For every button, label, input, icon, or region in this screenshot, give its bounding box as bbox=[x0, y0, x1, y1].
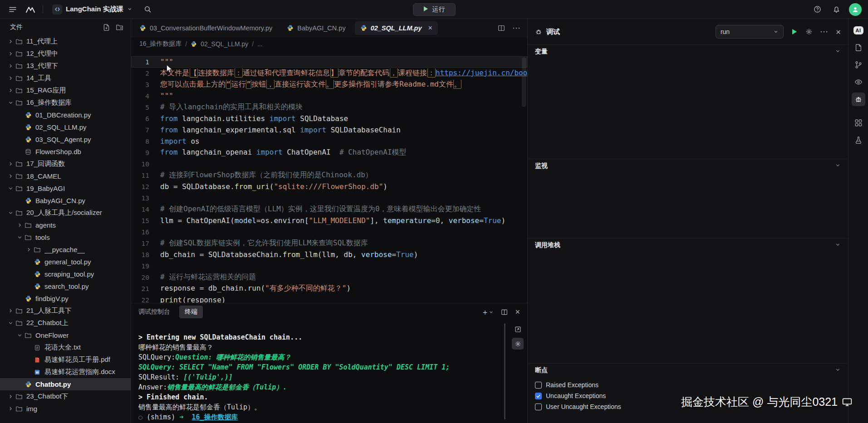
debug-section-header[interactable]: 调用堆栈 bbox=[528, 238, 848, 252]
tree-file-row[interactable]: findbigV.py bbox=[0, 292, 131, 305]
tree-folder-row[interactable]: tools bbox=[0, 231, 131, 243]
tree-file-row[interactable]: 02_SQL_LLM.py bbox=[0, 121, 131, 133]
debug-section-body bbox=[528, 172, 848, 238]
tree-file-row[interactable]: Chatbot.py bbox=[0, 378, 131, 390]
tree-folder-row[interactable]: 18_CAMEL bbox=[0, 170, 131, 182]
chevron-down-icon bbox=[835, 48, 841, 55]
debug-config-select[interactable]: run bbox=[716, 25, 784, 39]
terminal[interactable]: > Entering new SQLDatabaseChain chain...… bbox=[131, 321, 527, 423]
tree-file-row[interactable]: 01_DBCreation.py bbox=[0, 109, 131, 121]
eye-icon[interactable] bbox=[852, 75, 865, 89]
breadcrumb-more[interactable]: ... bbox=[257, 40, 263, 48]
grid-icon[interactable] bbox=[852, 116, 865, 130]
breadcrumb-separator: / bbox=[185, 40, 187, 48]
new-folder-icon[interactable] bbox=[116, 24, 123, 31]
bug-icon[interactable] bbox=[852, 92, 865, 106]
file-icon[interactable] bbox=[852, 41, 865, 54]
terminal-scrollbar[interactable] bbox=[504, 323, 505, 419]
checkbox-unchecked[interactable] bbox=[535, 404, 542, 410]
open-in-editor-icon[interactable] bbox=[512, 323, 524, 335]
chevron-down-icon bbox=[6, 320, 15, 326]
tab-debug-console[interactable]: 调试控制台 bbox=[138, 308, 170, 316]
folder-icon bbox=[15, 38, 24, 45]
tree-folder-row[interactable]: agents bbox=[0, 219, 131, 231]
chevron-down-icon bbox=[835, 242, 841, 249]
tree-file-row[interactable]: general_tool.py bbox=[0, 256, 131, 268]
tree-file-row[interactable]: BabyAGI_CN.py bbox=[0, 194, 131, 207]
new-terminal-button[interactable]: ＋ bbox=[481, 307, 494, 317]
tree-folder-row[interactable]: 14_工具 bbox=[0, 72, 131, 84]
tree-folder-row[interactable]: img bbox=[0, 403, 131, 415]
flask-icon[interactable] bbox=[852, 133, 865, 147]
tree-folder-row[interactable]: 12_代理中 bbox=[0, 48, 131, 60]
bell-icon[interactable] bbox=[830, 3, 843, 16]
tree-file-row[interactable]: 花语大全.txt bbox=[0, 341, 131, 354]
tree-file-row[interactable]: W易速鲜花运营指南.docx bbox=[0, 366, 131, 378]
tree-folder-row[interactable]: 22_Chatbot上 bbox=[0, 317, 131, 329]
avatar[interactable] bbox=[849, 3, 862, 16]
editor-tab[interactable]: 03_ConversationBufferWindowMemory.py bbox=[132, 19, 280, 37]
folder-icon bbox=[33, 246, 42, 253]
debug-section-label: 变量 bbox=[535, 48, 548, 56]
debug-section-header[interactable]: 变量 bbox=[528, 44, 848, 58]
editor-tab[interactable]: 02_SQL_LLM.py× bbox=[355, 21, 438, 35]
tree-folder-row[interactable]: 17_回调函数 bbox=[0, 158, 131, 170]
editor-scrollbar[interactable] bbox=[522, 57, 526, 107]
tree-folder-row[interactable]: __pycache__ bbox=[0, 243, 131, 256]
tree-folder-row[interactable]: OneFlower bbox=[0, 329, 131, 341]
tab-terminal[interactable]: 终端 bbox=[179, 306, 203, 318]
new-file-icon[interactable] bbox=[103, 24, 110, 31]
breadcrumb-file[interactable]: 02_SQL_LLM.py bbox=[201, 40, 248, 48]
chevron-right-icon bbox=[6, 39, 15, 44]
search-icon[interactable] bbox=[142, 3, 154, 16]
menu-icon[interactable] bbox=[6, 3, 19, 16]
start-debugging-icon[interactable] bbox=[791, 28, 798, 35]
run-button[interactable]: 运行 bbox=[413, 3, 456, 16]
tree-file-row[interactable]: 03_SQL_Agent.py bbox=[0, 133, 131, 146]
branch-icon[interactable] bbox=[852, 58, 865, 72]
debug-section-header[interactable]: 断点 bbox=[528, 363, 848, 377]
breakpoint-row[interactable]: Raised Exceptions bbox=[528, 379, 848, 390]
project-name: LangChain 实战课 bbox=[66, 5, 123, 14]
tree-folder-row[interactable]: 11_代理上 bbox=[0, 35, 131, 48]
checkbox-unchecked[interactable] bbox=[535, 382, 542, 389]
close-icon[interactable]: × bbox=[836, 28, 841, 36]
breadcrumb-folder[interactable]: 16_操作数据库 bbox=[139, 40, 181, 48]
tree-file-row[interactable]: scraping_tool.py bbox=[0, 268, 131, 280]
ai-icon[interactable]: AI bbox=[852, 24, 865, 37]
editor-tab[interactable]: BabyAGI_CN.py bbox=[280, 19, 353, 37]
close-tab-icon[interactable]: × bbox=[428, 24, 432, 32]
tree-file-row[interactable]: FlowerShop.db bbox=[0, 146, 131, 158]
folder-icon bbox=[15, 405, 24, 413]
line-number: 17 bbox=[131, 240, 160, 247]
checkbox-checked[interactable] bbox=[535, 393, 542, 399]
split-panel-icon[interactable] bbox=[501, 309, 508, 316]
code-editor[interactable]: 1"""2本文件是【连接数据库：通过链和代理查询鲜花信息】章节的配套代码，课程链… bbox=[131, 51, 527, 303]
tree-folder-row[interactable]: 21_人脉工具下 bbox=[0, 305, 131, 317]
split-editor-icon[interactable] bbox=[498, 24, 505, 32]
terminal-settings-icon[interactable] bbox=[512, 338, 524, 350]
tree-folder-row[interactable]: 20_人脉工具上/socializer bbox=[0, 207, 131, 219]
monitor-icon bbox=[842, 398, 852, 407]
tree-file-row[interactable]: 易速鲜花员工手册.pdf bbox=[0, 354, 131, 366]
help-icon[interactable] bbox=[811, 3, 824, 16]
more-icon[interactable]: ⋯ bbox=[820, 28, 829, 36]
close-panel-icon[interactable]: × bbox=[515, 307, 520, 317]
gear-icon[interactable] bbox=[805, 28, 813, 35]
chevron-down-icon bbox=[6, 185, 15, 191]
line-number: 16 bbox=[131, 229, 160, 236]
tree-item-label: 21_人脉工具下 bbox=[26, 306, 72, 315]
breakpoint-label: Uncaught Exceptions bbox=[546, 392, 606, 399]
tree-folder-row[interactable]: 15_RAG应用 bbox=[0, 84, 131, 97]
more-actions-icon[interactable]: ⋯ bbox=[512, 23, 521, 33]
tree-file-row[interactable]: search_tool.py bbox=[0, 280, 131, 292]
tree-folder-row[interactable]: 16_操作数据库 bbox=[0, 97, 131, 109]
tree-folder-row[interactable]: 19_BabyAGI bbox=[0, 182, 131, 194]
tree-item-label: __pycache__ bbox=[44, 246, 85, 253]
tree-folder-row[interactable]: 13_代理下 bbox=[0, 60, 131, 72]
debug-section-header[interactable]: 监视 bbox=[528, 159, 848, 172]
chevron-right-icon bbox=[6, 75, 15, 81]
mouse-cursor bbox=[166, 64, 173, 76]
tree-folder-row[interactable]: 23_Chatbot下 bbox=[0, 390, 131, 403]
project-selector[interactable]: LangChain 实战课 bbox=[49, 3, 136, 16]
